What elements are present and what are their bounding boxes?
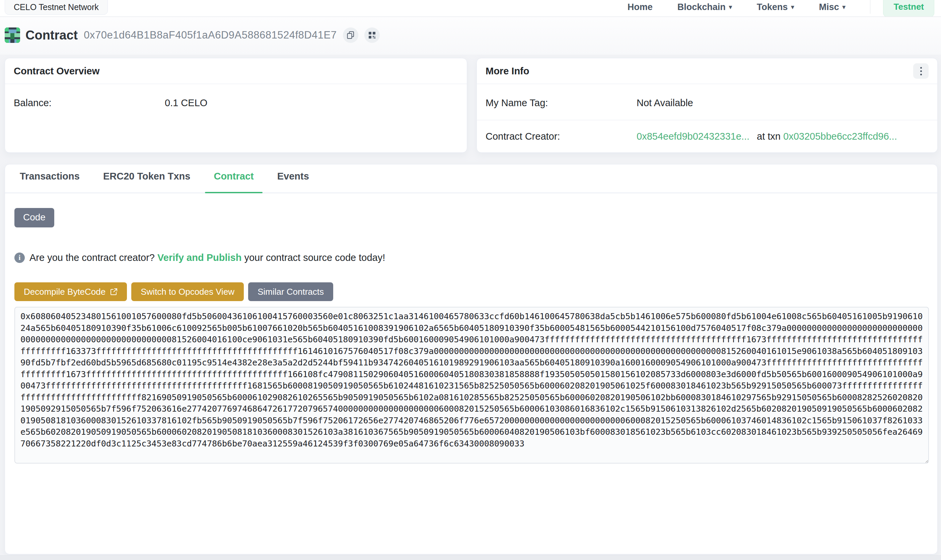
footer-band <box>0 555 941 560</box>
tab-erc20-token-txns[interactable]: ERC20 Token Txns <box>102 171 192 192</box>
creation-tx-link[interactable]: 0x03205bbe6cc23ffcd96... <box>783 131 897 142</box>
nav-item-home[interactable]: Home <box>627 0 653 12</box>
page-title: Contract <box>25 28 78 43</box>
creator-address-link[interactable]: 0x854eefd9b02432331e... <box>637 131 749 142</box>
contract-overview-title: Contract Overview <box>14 66 100 77</box>
kebab-icon <box>920 67 922 75</box>
contract-bytecode-textarea[interactable]: 0x608060405234801561001057600080fd5b5060… <box>14 307 929 463</box>
verify-prompt-prefix: Are you the contract creator? <box>29 252 157 263</box>
contract-overview-card: Contract Overview Balance: 0.1 CELO <box>5 58 467 153</box>
verify-and-publish-link[interactable]: Verify and Publish <box>157 252 241 263</box>
tab-contract[interactable]: Contract <box>212 171 255 192</box>
info-icon: i <box>14 252 25 263</box>
main-card: Transactions ERC20 Token Txns Contract E… <box>5 164 938 554</box>
name-tag-label: My Name Tag: <box>486 97 637 109</box>
contract-address: 0x70e1d64B1B8aF405f1aA6D9A588681524f8D41… <box>84 29 337 41</box>
balance-value: 0.1 CELO <box>165 97 207 109</box>
page: CELO Testnet Network Home Blockchain ▾ T… <box>0 0 941 560</box>
at-txn-text: at txn <box>757 131 781 142</box>
tab-bar: Transactions ERC20 Token Txns Contract E… <box>5 165 937 193</box>
qr-code-button[interactable] <box>364 28 380 43</box>
contract-identicon <box>5 28 20 43</box>
more-info-title: More Info <box>486 66 529 77</box>
chevron-down-icon: ▾ <box>842 3 845 11</box>
contract-overview-header: Contract Overview <box>5 58 467 84</box>
tab-transactions[interactable]: Transactions <box>18 171 81 192</box>
contract-creator-label: Contract Creator: <box>486 131 637 142</box>
contract-creator-row: Contract Creator: 0x854eefd9b02432331e..… <box>477 120 937 142</box>
name-tag-row: My Name Tag: Not Available <box>477 84 937 120</box>
name-tag-value: Not Available <box>637 97 693 109</box>
more-info-header: More Info <box>477 58 937 84</box>
copy-icon <box>347 31 354 39</box>
decompile-bytecode-button[interactable]: Decompile ByteCode <box>14 282 127 301</box>
copy-address-button[interactable] <box>343 28 358 43</box>
verify-prompt: iAre you the contract creator? Verify an… <box>14 252 385 263</box>
contract-creator-value: 0x854eefd9b02432331e...at txn 0x03205bbe… <box>637 131 897 142</box>
similar-contracts-button[interactable]: Similar Contracts <box>248 282 333 301</box>
verify-prompt-suffix: your contract source code today! <box>241 252 385 263</box>
nav-item-misc[interactable]: Misc ▾ <box>819 0 845 12</box>
code-chip-button[interactable]: Code <box>14 208 54 228</box>
chevron-down-icon: ▾ <box>791 3 794 11</box>
network-badge[interactable]: CELO Testnet Network <box>5 0 108 15</box>
network-selector-button[interactable]: Testnet <box>883 0 934 17</box>
balance-label: Balance: <box>14 97 165 109</box>
balance-row: Balance: 0.1 CELO <box>5 84 467 121</box>
qr-code-icon <box>368 31 376 39</box>
contract-title-row: Contract 0x70e1d64B1B8aF405f1aA6D9A58868… <box>5 28 380 43</box>
nav-item-blockchain[interactable]: Blockchain ▾ <box>678 0 732 12</box>
switch-to-opcodes-view-button[interactable]: Switch to Opcodes View <box>131 282 244 301</box>
nav-divider <box>870 0 870 14</box>
external-link-icon <box>110 288 118 295</box>
tab-events[interactable]: Events <box>276 171 311 192</box>
bytecode-actions: Decompile ByteCode Switch to Opcodes Vie… <box>14 282 338 301</box>
top-navbar: CELO Testnet Network Home Blockchain ▾ T… <box>0 0 941 17</box>
nav-item-tokens[interactable]: Tokens ▾ <box>757 0 794 12</box>
more-info-card: More Info My Name Tag: Not Available Con… <box>477 58 938 153</box>
chevron-down-icon: ▾ <box>729 3 732 11</box>
more-info-menu-button[interactable] <box>913 63 929 79</box>
top-nav-menu: Home Blockchain ▾ Tokens ▾ Misc ▾ Testne… <box>627 0 934 17</box>
